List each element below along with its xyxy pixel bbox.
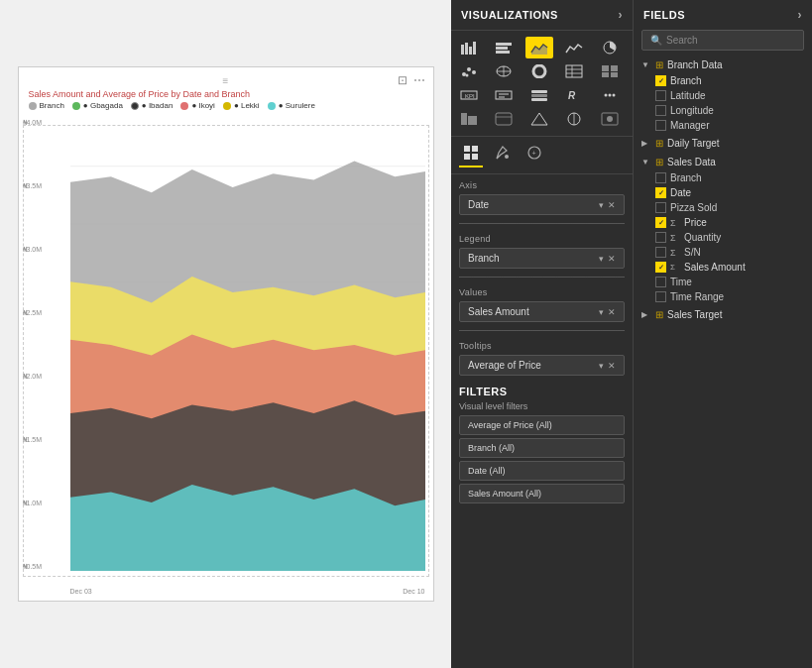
viz-icon-kpi[interactable]: KPI	[455, 84, 483, 106]
viz-icon-map[interactable]	[490, 60, 518, 82]
field-manager-checkbox[interactable]	[655, 120, 666, 131]
values-chevron-icon[interactable]: ▾	[599, 307, 604, 317]
field-time-checkbox[interactable]	[655, 277, 666, 287]
x-label-dec10: Dec 10	[403, 588, 424, 595]
viz-tab-fields[interactable]	[459, 143, 483, 167]
expand-icon[interactable]: ⊡	[398, 73, 407, 87]
viz-icon-matrix[interactable]	[596, 60, 624, 82]
tooltips-value-box[interactable]: Average of Price ▾ ✕	[459, 355, 625, 376]
visualizations-panel: VISUALIZATIONS ›	[451, 0, 633, 668]
legend-chevron-icon[interactable]: ▾	[599, 254, 604, 264]
daily-target-header[interactable]: ▶ ⊞ Daily Target	[634, 135, 812, 152]
field-sales-time-range[interactable]: Time Range	[634, 289, 812, 304]
chart-toolbar: ⊡ ⋯	[398, 73, 425, 87]
legend-value-box[interactable]: Branch ▾ ✕	[459, 248, 625, 269]
filter-pill-date[interactable]: Date (All)	[459, 461, 625, 481]
search-input[interactable]	[666, 35, 795, 46]
viz-tab-analytics[interactable]: +	[522, 143, 546, 167]
values-clear-icon[interactable]: ✕	[608, 307, 616, 317]
field-branch-data-longitude[interactable]: Longitude	[634, 103, 812, 118]
field-quantity-checkbox[interactable]	[655, 232, 666, 243]
viz-icon-pie[interactable]	[596, 37, 624, 58]
field-sales-pizza-sold[interactable]: Pizza Sold	[634, 200, 812, 215]
viz-icon-scatter[interactable]	[455, 60, 483, 82]
field-time-range-checkbox[interactable]	[655, 291, 666, 302]
viz-icon-bar[interactable]	[455, 37, 483, 58]
viz-icon-card[interactable]	[490, 84, 518, 106]
chart-handle-icon: ≡	[223, 75, 229, 86]
svg-rect-16	[473, 42, 476, 55]
field-latitude-checkbox[interactable]	[655, 90, 666, 101]
legend-label-lekki: ● Lekki	[234, 101, 260, 110]
field-sales-date[interactable]: Date	[634, 185, 812, 200]
field-branch-data-manager[interactable]: Manager	[634, 118, 812, 133]
legend-icons: ▾ ✕	[599, 254, 616, 264]
field-sales-amount-checkbox[interactable]	[655, 262, 666, 273]
filters-section: FILTERS Visual level filters Average of …	[451, 380, 633, 506]
legend-item-gbagada: ● Gbagada	[72, 101, 123, 110]
field-branch-data-latitude[interactable]: Latitude	[634, 88, 812, 103]
viz-tab-format[interactable]	[491, 143, 515, 167]
field-branch-data-branch[interactable]: Branch	[634, 73, 812, 88]
branch-data-header[interactable]: ▼ ⊞ Branch Data	[634, 56, 812, 73]
viz-icon-custom4[interactable]	[560, 108, 588, 130]
x-label-dec03: Dec 03	[70, 588, 92, 595]
field-longitude-checkbox[interactable]	[655, 105, 666, 116]
filters-header: FILTERS	[459, 380, 625, 401]
viz-icon-more[interactable]	[596, 84, 624, 106]
visualizations-header: VISUALIZATIONS ›	[451, 0, 633, 31]
axis-chevron-icon[interactable]: ▾	[599, 200, 604, 210]
tooltips-clear-icon[interactable]: ✕	[608, 361, 616, 371]
viz-icon-line[interactable]	[560, 37, 588, 58]
svg-point-49	[608, 94, 611, 97]
legend-item-ibadan: ● Ibadan	[131, 101, 174, 110]
viz-icon-custom2[interactable]	[490, 108, 518, 130]
sales-target-table-icon: ⊞	[655, 309, 663, 320]
values-value-box[interactable]: Sales Amount ▾ ✕	[459, 301, 625, 322]
fields-chevron[interactable]: ›	[798, 8, 803, 22]
quantity-sigma-icon: Σ	[670, 233, 680, 243]
viz-icon-custom5[interactable]	[596, 108, 624, 130]
field-pizza-sold-checkbox[interactable]	[655, 202, 666, 213]
y-label-25m: ₦2.5M	[23, 309, 43, 317]
field-sales-amount[interactable]: Σ Sales Amount	[634, 260, 812, 275]
field-price-checkbox[interactable]	[655, 217, 666, 228]
filter-pill-salesamount[interactable]: Sales Amount (All)	[459, 484, 625, 503]
field-sales-branch[interactable]: Branch	[634, 170, 812, 185]
field-sales-quantity[interactable]: Σ Quantity	[634, 230, 812, 245]
field-sales-branch-checkbox[interactable]	[655, 172, 666, 183]
tooltips-chevron-icon[interactable]: ▾	[599, 361, 604, 371]
legend-clear-icon[interactable]: ✕	[608, 254, 616, 264]
legend-label-ibadan: ● Ibadan	[142, 101, 174, 110]
viz-icon-table[interactable]	[560, 60, 588, 82]
viz-icon-slicer[interactable]	[525, 84, 553, 106]
filter-pill-avgprice[interactable]: Average of Price (All)	[459, 415, 625, 435]
more-icon[interactable]: ⋯	[413, 73, 425, 87]
sales-target-header[interactable]: ▶ ⊞ Sales Target	[634, 306, 812, 323]
field-sales-time[interactable]: Time	[634, 275, 812, 289]
svg-rect-41	[496, 91, 512, 99]
filter-pill-branch[interactable]: Branch (All)	[459, 438, 625, 458]
field-sn-checkbox[interactable]	[655, 247, 666, 258]
viz-icon-bar2[interactable]	[490, 37, 518, 58]
field-sales-price[interactable]: Σ Price	[634, 215, 812, 230]
field-branch-checkbox[interactable]	[655, 75, 666, 86]
axis-clear-icon[interactable]: ✕	[608, 200, 616, 210]
svg-point-50	[612, 94, 615, 97]
field-sales-sn[interactable]: Σ S/N	[634, 245, 812, 260]
viz-icon-r[interactable]: R	[560, 84, 588, 106]
svg-text:+: +	[532, 150, 536, 157]
viz-icon-area-selected[interactable]	[525, 37, 553, 58]
sales-target-label: Sales Target	[667, 309, 722, 320]
divider-2	[459, 277, 625, 278]
viz-icon-donut[interactable]	[525, 60, 553, 82]
search-box[interactable]: 🔍	[641, 30, 804, 51]
viz-icon-custom1[interactable]	[455, 108, 483, 130]
visualizations-chevron[interactable]: ›	[619, 8, 624, 22]
axis-value-box[interactable]: Date ▾ ✕	[459, 194, 625, 215]
x-axis: Dec 03 Dec 10	[70, 588, 425, 595]
legend-color-lekki	[223, 102, 231, 110]
field-sales-date-checkbox[interactable]	[655, 187, 666, 198]
sales-data-header[interactable]: ▼ ⊞ Sales Data	[634, 154, 812, 170]
viz-icon-custom3[interactable]	[525, 108, 553, 130]
